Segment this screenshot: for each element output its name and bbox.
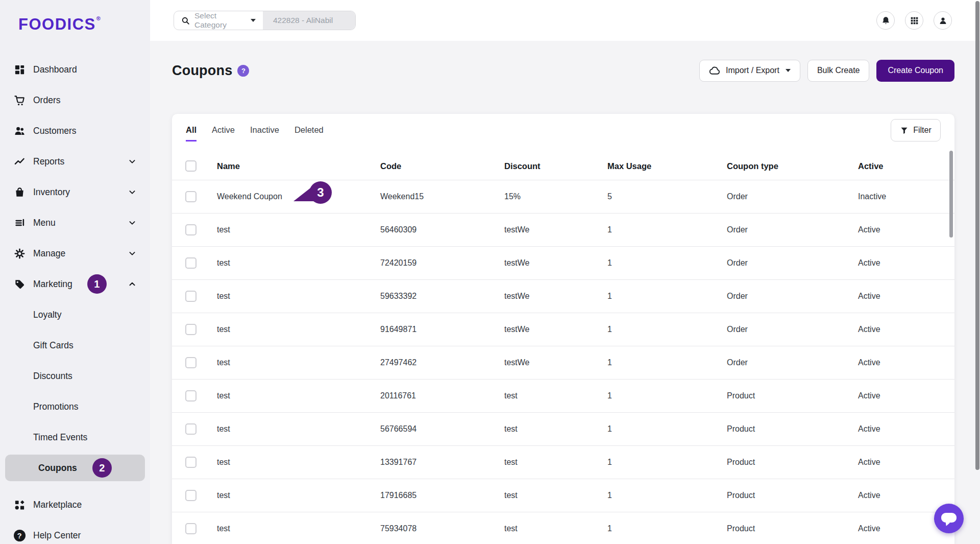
gear-icon: [13, 247, 26, 259]
row-checkbox[interactable]: [185, 523, 197, 534]
select-all-checkbox[interactable]: [185, 160, 197, 172]
table-row[interactable]: test 20116761 test 1 Product Active: [172, 380, 954, 413]
column-header-discount: Discount: [504, 161, 607, 171]
account-search-input[interactable]: [263, 11, 355, 30]
filter-button[interactable]: Filter: [891, 119, 941, 141]
row-checkbox[interactable]: [185, 423, 197, 435]
table-row[interactable]: test 91649871 testWe 1 Order Active: [172, 313, 954, 346]
table-row[interactable]: test 27497462 testWe 1 Order Active: [172, 346, 954, 380]
notifications-button[interactable]: [876, 11, 895, 30]
main-area: Select Category: [150, 0, 980, 544]
row-checkbox[interactable]: [185, 224, 197, 235]
row-checkbox[interactable]: [185, 191, 197, 202]
table-row[interactable]: test 13391767 test 1 Product Active: [172, 446, 954, 479]
bulk-create-label: Bulk Create: [817, 66, 860, 75]
sidebar-item-gift-cards[interactable]: Gift Cards: [0, 330, 150, 361]
cell-code: 75934078: [380, 524, 504, 533]
cell-name: test: [217, 292, 380, 301]
create-coupon-button[interactable]: Create Coupon: [876, 60, 954, 82]
sidebar-item-loyalty[interactable]: Loyalty: [0, 299, 150, 330]
table-row[interactable]: test 59633392 testWe 1 Order Active: [172, 280, 954, 313]
row-checkbox[interactable]: [185, 390, 197, 401]
sidebar-item-label: Timed Events: [33, 432, 87, 443]
cell-coupon-type: Order: [727, 192, 858, 201]
foodics-logo: FOODICS®: [18, 15, 101, 34]
sidebar-item-marketing[interactable]: Marketing 1: [0, 269, 150, 299]
cell-coupon-type: Order: [727, 325, 858, 334]
import-export-button[interactable]: Import / Export: [699, 60, 800, 82]
row-checkbox[interactable]: [185, 490, 197, 501]
cell-coupon-type: Order: [727, 292, 858, 301]
cell-active: Active: [858, 424, 954, 434]
table-row[interactable]: test 72420159 testWe 1 Order Active: [172, 247, 954, 280]
column-header-name: Name: [217, 161, 380, 171]
sidebar-item-label: Reports: [33, 156, 64, 167]
sidebar-item-label: Menu: [33, 218, 56, 228]
sidebar-item-label: Customers: [33, 126, 77, 136]
table-row[interactable]: test 56460309 testWe 1 Order Active: [172, 214, 954, 247]
tab-deleted[interactable]: Deleted: [295, 125, 324, 140]
sidebar-item-reports[interactable]: Reports: [0, 146, 150, 177]
tab-active[interactable]: Active: [212, 125, 235, 140]
sidebar-item-menu[interactable]: Menu: [0, 207, 150, 238]
sidebar-item-manage[interactable]: Manage: [0, 238, 150, 269]
caret-down-icon: [786, 69, 791, 72]
sidebar-item-discounts[interactable]: Discounts: [0, 361, 150, 391]
sidebar-item-promotions[interactable]: Promotions: [0, 391, 150, 422]
table-row[interactable]: test 56766594 test 1 Product Active: [172, 413, 954, 446]
sidebar-item-timed-events[interactable]: Timed Events: [0, 422, 150, 453]
cell-discount: testWe: [504, 258, 607, 268]
cell-discount: test: [504, 391, 607, 400]
column-header-code: Code: [380, 161, 504, 171]
cell-name: test: [217, 225, 380, 234]
category-select[interactable]: Select Category: [174, 11, 263, 30]
cell-discount: testWe: [504, 358, 607, 367]
sidebar-item-orders[interactable]: Orders: [0, 85, 150, 115]
table-row[interactable]: Weekend Coupon Weekend15 15% 5 Order Ina…: [172, 180, 954, 214]
coupons-card: All Active Inactive Deleted Filter Name …: [172, 114, 954, 544]
bulk-create-button[interactable]: Bulk Create: [807, 60, 870, 82]
chevron-down-icon: [128, 157, 137, 166]
tab-inactive[interactable]: Inactive: [250, 125, 279, 140]
column-header-max-usage: Max Usage: [607, 161, 727, 171]
page-content: Coupons ? Import / Export Bulk Create: [150, 41, 980, 544]
row-checkbox[interactable]: [185, 257, 197, 269]
column-header-active: Active: [858, 161, 954, 171]
table-row[interactable]: test 17916685 test 1 Product Active: [172, 479, 954, 512]
profile-button[interactable]: [934, 11, 952, 30]
cell-discount: testWe: [504, 225, 607, 234]
row-checkbox[interactable]: [185, 291, 197, 302]
window-scrollbar-thumb[interactable]: [975, 1, 979, 470]
chat-launcher-button[interactable]: [934, 504, 964, 533]
cell-name: test: [217, 458, 380, 467]
cell-coupon-type: Product: [727, 391, 858, 400]
customers-icon: [13, 125, 26, 137]
row-checkbox[interactable]: [185, 324, 197, 335]
import-export-label: Import / Export: [726, 66, 779, 75]
apps-button[interactable]: [905, 11, 923, 30]
sidebar-item-help-center[interactable]: ? Help Center: [0, 520, 150, 544]
header-actions: Import / Export Bulk Create Create Coupo…: [699, 60, 954, 82]
help-badge-icon[interactable]: ?: [237, 65, 249, 77]
sidebar-item-customers[interactable]: Customers: [0, 115, 150, 146]
sidebar-item-label: Dashboard: [33, 64, 77, 75]
cell-active: Inactive: [858, 192, 954, 201]
sidebar-item-marketplace[interactable]: Marketplace: [0, 489, 150, 520]
row-checkbox[interactable]: [185, 457, 197, 468]
sidebar-item-dashboard[interactable]: Dashboard: [0, 54, 150, 85]
sidebar-item-inventory[interactable]: Inventory: [0, 177, 150, 207]
cell-active: Active: [858, 491, 954, 500]
row-checkbox[interactable]: [185, 357, 197, 368]
cell-discount: test: [504, 524, 607, 533]
table-scrollbar-thumb[interactable]: [949, 151, 953, 238]
tag-icon: [13, 278, 26, 290]
cell-max-usage: 1: [607, 225, 727, 234]
sidebar-item-coupons[interactable]: Coupons 2: [5, 455, 145, 481]
cell-active: Active: [858, 292, 954, 301]
table-row[interactable]: test 75934078 test 1 Product Active: [172, 512, 954, 544]
cell-max-usage: 1: [607, 524, 727, 533]
cell-name: test: [217, 325, 380, 334]
tab-all[interactable]: All: [186, 125, 197, 141]
cell-code: 13391767: [380, 458, 504, 467]
sidebar-bottom: Marketplace ? Help Center: [0, 489, 150, 544]
